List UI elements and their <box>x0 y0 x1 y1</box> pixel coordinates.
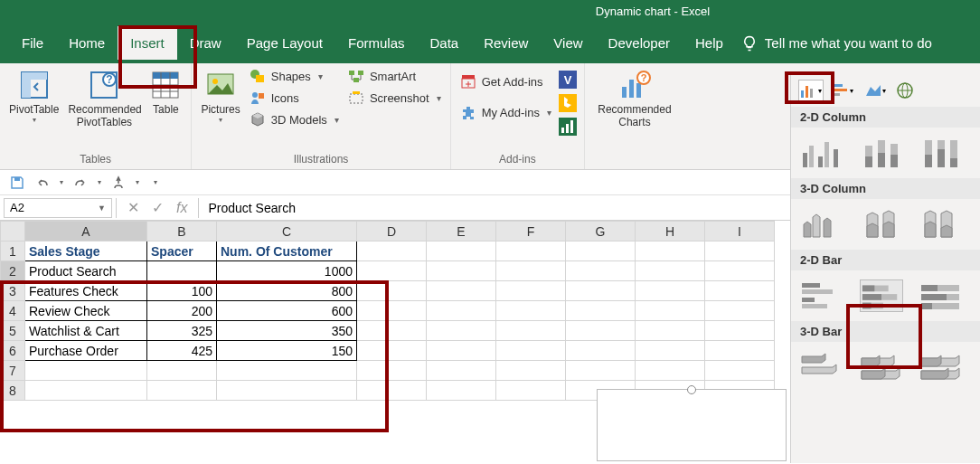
cell-a5[interactable]: Watchlist & Cart <box>25 321 147 341</box>
undo-button[interactable] <box>34 175 51 191</box>
cell-b6[interactable]: 425 <box>147 341 217 361</box>
cell[interactable] <box>427 381 496 401</box>
row-header-8[interactable]: 8 <box>1 381 25 401</box>
save-button[interactable] <box>9 175 25 191</box>
row-header-2[interactable]: 2 <box>1 261 25 281</box>
cell[interactable] <box>147 361 217 381</box>
3d-clustered-bar-thumb[interactable] <box>800 351 843 384</box>
tab-formulas[interactable]: Formulas <box>335 26 418 60</box>
3d-100-stacked-column-thumb[interactable] <box>919 208 963 241</box>
cell[interactable] <box>357 361 427 381</box>
cell[interactable] <box>496 261 566 281</box>
cell[interactable] <box>25 381 147 401</box>
globe-icon[interactable] <box>896 81 914 99</box>
qat-customize[interactable]: ▾ <box>154 178 157 186</box>
get-addins-button[interactable]: Get Add-ins <box>458 72 553 90</box>
cell[interactable] <box>566 301 636 321</box>
cell[interactable] <box>636 241 705 261</box>
cell-a3[interactable]: Features Check <box>25 281 147 301</box>
redo-button[interactable] <box>72 175 89 191</box>
cell[interactable] <box>566 281 636 301</box>
chart-resize-handle[interactable] <box>687 385 696 394</box>
cell-a4[interactable]: Review Check <box>25 301 147 321</box>
cell[interactable] <box>636 321 705 341</box>
cell[interactable] <box>705 361 775 381</box>
cell[interactable] <box>217 381 357 401</box>
recommended-charts-button[interactable]: ? Recommended Charts <box>592 67 677 131</box>
pictures-button[interactable]: Pictures ▾ <box>199 67 241 127</box>
cell-a1[interactable]: Sales Stage <box>25 241 147 261</box>
cell-b4[interactable]: 200 <box>147 301 217 321</box>
col-header-h[interactable]: H <box>636 222 705 241</box>
3d-stacked-bar-thumb[interactable] <box>860 351 903 384</box>
screenshot-button[interactable]: Screenshot ▾ <box>346 89 443 107</box>
name-box[interactable]: A2 ▼ <box>4 198 112 218</box>
cell[interactable] <box>217 361 357 381</box>
my-addins-button[interactable]: My Add-ins ▾ <box>458 103 553 121</box>
cell[interactable] <box>705 241 775 261</box>
cell[interactable] <box>496 321 566 341</box>
cancel-icon[interactable]: ✕ <box>127 199 139 216</box>
cell-b5[interactable]: 325 <box>147 321 217 341</box>
3d-models-button[interactable]: 3D Models ▾ <box>248 110 341 128</box>
bar-chart-dropdown-button[interactable]: ▾ <box>831 80 856 101</box>
cell[interactable] <box>496 381 566 401</box>
100-stacked-column-thumb[interactable] <box>919 137 963 169</box>
cell[interactable] <box>427 241 496 261</box>
3d-clustered-column-thumb[interactable] <box>800 208 843 241</box>
cell[interactable] <box>496 281 566 301</box>
tab-draw[interactable]: Draw <box>177 26 234 60</box>
col-header-g[interactable]: G <box>566 222 636 241</box>
people-graph-icon[interactable] <box>559 118 577 136</box>
cell-c1[interactable]: Num. Of Customer <box>217 241 357 261</box>
cell[interactable] <box>566 361 636 381</box>
cell[interactable] <box>566 321 636 341</box>
stacked-column-thumb[interactable] <box>860 137 903 169</box>
cell-c3[interactable]: 800 <box>217 281 357 301</box>
cell[interactable] <box>427 341 496 361</box>
cell[interactable] <box>566 261 636 281</box>
cell[interactable] <box>357 321 427 341</box>
cell-c2[interactable]: 1000 <box>217 261 357 281</box>
row-header-3[interactable]: 3 <box>1 281 25 301</box>
cell[interactable] <box>357 301 427 321</box>
cell[interactable] <box>25 361 147 381</box>
enter-icon[interactable]: ✓ <box>152 199 164 216</box>
clustered-bar-thumb[interactable] <box>800 279 843 312</box>
100-stacked-bar-thumb[interactable] <box>919 279 963 312</box>
icons-button[interactable]: Icons <box>248 89 341 107</box>
column-chart-dropdown-button[interactable]: ▾ <box>798 80 824 101</box>
cell-c5[interactable]: 350 <box>217 321 357 341</box>
cell[interactable] <box>705 341 775 361</box>
cell[interactable] <box>636 361 705 381</box>
table-button[interactable]: Table <box>147 67 184 118</box>
row-header-6[interactable]: 6 <box>1 341 25 361</box>
tab-developer[interactable]: Developer <box>596 26 683 60</box>
undo-dropdown[interactable]: ▾ <box>60 178 63 186</box>
cell[interactable] <box>496 241 566 261</box>
clustered-column-thumb[interactable] <box>800 137 843 169</box>
cell[interactable] <box>427 281 496 301</box>
cell[interactable] <box>496 301 566 321</box>
tab-help[interactable]: Help <box>683 26 736 60</box>
pivottable-button[interactable]: PivotTable ▾ <box>7 67 61 127</box>
cell[interactable] <box>427 301 496 321</box>
tab-page-layout[interactable]: Page Layout <box>234 26 335 60</box>
3d-stacked-column-thumb[interactable] <box>860 208 903 241</box>
embedded-chart[interactable] <box>597 389 787 461</box>
tab-data[interactable]: Data <box>417 26 471 60</box>
cell-b1[interactable]: Spacer <box>147 241 217 261</box>
row-header-5[interactable]: 5 <box>1 321 25 341</box>
cell[interactable] <box>427 361 496 381</box>
cell[interactable] <box>566 241 636 261</box>
col-header-b[interactable]: B <box>147 222 217 241</box>
cell[interactable] <box>147 381 217 401</box>
bing-icon[interactable] <box>559 94 577 112</box>
cell[interactable] <box>427 261 496 281</box>
tab-insert[interactable]: Insert <box>118 26 177 60</box>
cell[interactable] <box>357 261 427 281</box>
tab-home[interactable]: Home <box>56 26 118 60</box>
col-header-i[interactable]: I <box>705 222 775 241</box>
col-header-f[interactable]: F <box>496 222 566 241</box>
cell[interactable] <box>636 341 705 361</box>
